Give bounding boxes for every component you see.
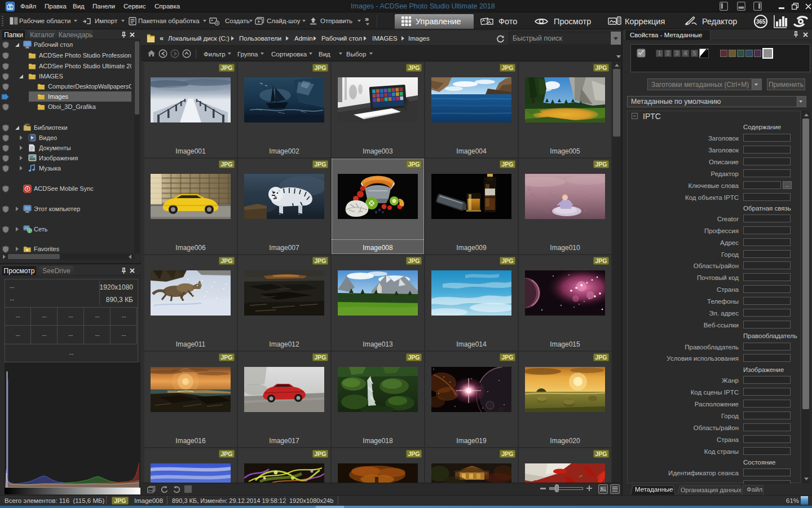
svg-text:365: 365: [756, 19, 766, 25]
